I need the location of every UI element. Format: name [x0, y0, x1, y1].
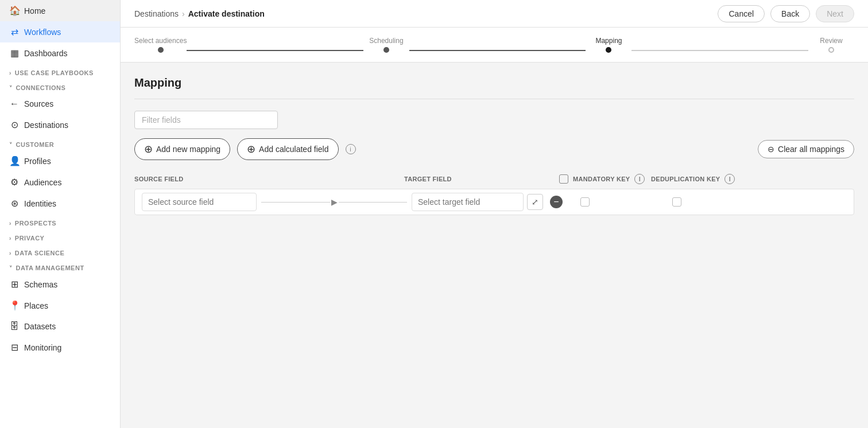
- profiles-icon: 👤: [9, 155, 20, 166]
- sources-icon: ←: [9, 99, 20, 109]
- chevron-down-icon: ˅: [9, 85, 13, 91]
- mandatory-key-info-icon[interactable]: i: [634, 174, 645, 184]
- arrow-line-2: [339, 202, 408, 203]
- dedup-key-checkbox[interactable]: [672, 197, 681, 207]
- sidebar-item-schemas[interactable]: ⊞ Schemas: [0, 274, 120, 295]
- audiences-icon: ⚙: [9, 177, 20, 188]
- mandatory-key-cell: [567, 197, 658, 207]
- sidebar-places-label: Places: [24, 301, 48, 310]
- clear-all-mappings-button[interactable]: ⊖ Clear all mappings: [758, 140, 854, 158]
- step-review: Review: [808, 37, 854, 53]
- step-scheduling-dot: [383, 47, 389, 53]
- source-field-input[interactable]: [142, 193, 257, 211]
- step-scheduling-label: Scheduling: [369, 37, 403, 45]
- mapping-divider: [134, 99, 854, 99]
- filter-input[interactable]: [134, 111, 278, 129]
- step-mapping-label: Mapping: [595, 37, 622, 45]
- add-calculated-field-label: Add calculated field: [259, 145, 328, 154]
- sidebar-section-customer[interactable]: ˅ CUSTOMER: [0, 135, 120, 150]
- breadcrumb-current: Activate destination: [188, 9, 265, 18]
- chevron-down-icon-customer: ˅: [9, 142, 13, 148]
- sidebar-section-connections[interactable]: ˅ CONNECTIONS: [0, 79, 120, 94]
- sidebar-identities-label: Identities: [24, 199, 56, 208]
- step-select-audiences: Select audiences: [134, 37, 187, 53]
- chevron-right-icon-prospects: ›: [9, 220, 11, 227]
- sidebar-home-label: Home: [24, 6, 45, 15]
- content-area: Mapping ⊕ Add new mapping ⊕ Add calculat…: [121, 63, 868, 428]
- home-icon: 🏠: [9, 5, 20, 16]
- back-button[interactable]: Back: [770, 5, 810, 22]
- sidebar-item-workflows[interactable]: ⇄ Workflows: [0, 21, 120, 42]
- sidebar-section-use-case-playbooks[interactable]: › USE CASE PLAYBOOKS: [0, 64, 120, 79]
- step-review-label: Review: [820, 37, 842, 45]
- breadcrumb-parent: Destinations: [134, 9, 179, 18]
- col-header-target: TARGET FIELD: [404, 174, 559, 184]
- chevron-right-icon-data-science: ›: [9, 250, 11, 256]
- privacy-label: PRIVACY: [15, 235, 45, 242]
- places-icon: 📍: [9, 300, 20, 311]
- prospects-label: PROSPECTS: [15, 220, 56, 227]
- sidebar-section-privacy[interactable]: › PRIVACY: [0, 229, 120, 244]
- sidebar-datasets-label: Datasets: [24, 322, 56, 331]
- minus-icon: −: [553, 197, 559, 207]
- dedup-key-info-icon[interactable]: i: [724, 174, 735, 184]
- cancel-button[interactable]: Cancel: [718, 5, 765, 22]
- mandatory-key-checkbox-header: [559, 174, 568, 184]
- breadcrumb-separator: ›: [182, 9, 185, 18]
- sidebar-item-sources[interactable]: ← Sources: [0, 94, 120, 114]
- add-calculated-field-button[interactable]: ⊕ Add calculated field: [237, 138, 338, 160]
- stepper: Select audiences Scheduling Mapping Revi…: [121, 28, 868, 63]
- connections-label: CONNECTIONS: [16, 84, 66, 91]
- sidebar-item-dashboards[interactable]: ▦ Dashboards: [0, 42, 120, 64]
- mapping-table-header: SOURCE FIELD TARGET FIELD MANDATORY KEY …: [134, 174, 854, 189]
- sidebar-item-identities[interactable]: ⊛ Identities: [0, 193, 120, 214]
- step-select-audiences-dot: [158, 47, 164, 53]
- arrow-right-icon: ▶: [331, 197, 338, 207]
- step-line-1: [187, 50, 363, 51]
- col-header-mandatory: MANDATORY KEY i: [559, 174, 651, 184]
- arrow-line: [261, 202, 330, 203]
- sidebar-section-prospects[interactable]: › PROSPECTS: [0, 214, 120, 229]
- destinations-icon: ⊙: [9, 119, 20, 130]
- step-mapping-dot: [606, 47, 611, 53]
- action-bar: ⊕ Add new mapping ⊕ Add calculated field…: [134, 138, 854, 160]
- sidebar-monitoring-label: Monitoring: [24, 343, 61, 352]
- clear-all-mappings-label: Clear all mappings: [778, 145, 844, 154]
- step-line-3: [631, 50, 808, 51]
- sidebar-profiles-label: Profiles: [24, 157, 51, 166]
- step-select-audiences-label: Select audiences: [134, 37, 187, 45]
- main-content: Destinations › Activate destination Canc…: [121, 0, 868, 428]
- minus-icon-clear: ⊖: [768, 145, 774, 154]
- next-button: Next: [816, 5, 854, 22]
- target-field-action-button[interactable]: ⤢: [527, 194, 543, 210]
- datasets-icon: 🗄: [9, 321, 20, 332]
- sidebar-item-monitoring[interactable]: ⊟ Monitoring: [0, 337, 120, 358]
- sidebar-dashboards-label: Dashboards: [24, 49, 68, 58]
- step-mapping: Mapping: [586, 37, 631, 53]
- sidebar-section-data-science[interactable]: › DATA SCIENCE: [0, 244, 120, 259]
- sidebar-item-places[interactable]: 📍 Places: [0, 295, 120, 316]
- source-field-section: ▶: [142, 193, 412, 211]
- add-new-mapping-label: Add new mapping: [156, 145, 220, 154]
- sidebar-item-profiles[interactable]: 👤 Profiles: [0, 150, 120, 172]
- plus-icon-calculated: ⊕: [247, 143, 255, 155]
- sidebar-schemas-label: Schemas: [24, 280, 57, 289]
- calculated-field-info-icon[interactable]: i: [346, 144, 356, 154]
- sidebar-item-destinations[interactable]: ⊙ Destinations: [0, 114, 120, 135]
- sidebar-item-datasets[interactable]: 🗄 Datasets: [0, 316, 120, 337]
- add-new-mapping-button[interactable]: ⊕ Add new mapping: [134, 138, 230, 160]
- data-science-label: DATA SCIENCE: [15, 250, 64, 256]
- remove-mapping-button[interactable]: −: [550, 196, 563, 208]
- use-case-playbooks-label: USE CASE PLAYBOOKS: [15, 69, 94, 76]
- target-field-input[interactable]: [412, 193, 524, 211]
- customer-label: CUSTOMER: [16, 141, 55, 148]
- identities-icon: ⊛: [9, 198, 20, 209]
- sidebar-section-data-management[interactable]: ˅ DATA MANAGEMENT: [0, 259, 120, 274]
- mapping-row: ▶ ⤢ −: [134, 189, 854, 215]
- sidebar-item-audiences[interactable]: ⚙ Audiences: [0, 172, 120, 193]
- sidebar-item-home[interactable]: 🏠 Home: [0, 0, 120, 21]
- col-header-source: SOURCE FIELD: [134, 174, 404, 184]
- step-line-2: [409, 50, 586, 51]
- deduplication-key-header-label: DEDUPLICATION KEY: [651, 176, 720, 182]
- mandatory-key-checkbox[interactable]: [580, 197, 590, 207]
